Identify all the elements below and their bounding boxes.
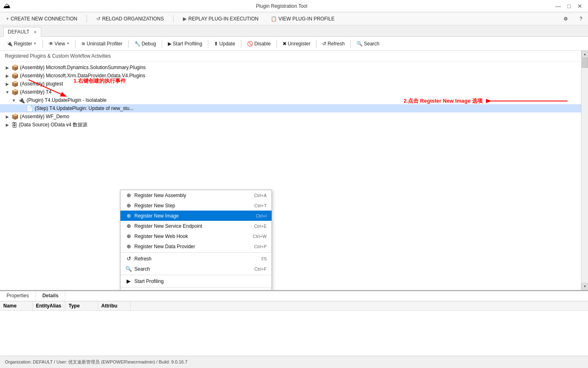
title-bar-left: ⛰ bbox=[3, 2, 11, 10]
tree-item-5[interactable]: ▶ 📄 (Step) T4.UpdatePlugin: Update of ne… bbox=[0, 104, 588, 112]
ctx-refresh[interactable]: ↺ Refresh F5 bbox=[120, 254, 272, 264]
ctx-register-endpoint[interactable]: ⊕ Register New Service Endpoint Ctrl+E bbox=[120, 221, 272, 231]
col-name: Name bbox=[0, 301, 33, 310]
tree-item-1[interactable]: ▶ 📦 (Assembly) Microsoft.Xrm.DataProvide… bbox=[0, 72, 588, 80]
scroll-down-button[interactable]: ▼ bbox=[581, 283, 588, 290]
menu-sep-1 bbox=[87, 15, 87, 22]
tree-item-3[interactable]: ▼ 📦 (Assembly) T4 bbox=[0, 88, 588, 96]
bottom-table-header: Name EntityAlias Type Attribu bbox=[0, 301, 588, 311]
tree-arrow-6: ▶ bbox=[5, 114, 10, 119]
tree-arrow-1: ▶ bbox=[5, 74, 10, 78]
menu-view-profile[interactable]: 📋 VIEW PLUG-IN PROFILE bbox=[268, 15, 337, 23]
reload-icon: ↺ bbox=[96, 16, 100, 22]
debug-icon: 🔧 bbox=[134, 41, 140, 47]
assembly-icon-0: 📦 bbox=[11, 64, 18, 71]
col-type: Type bbox=[65, 301, 98, 310]
context-menu: ⊕ Register New Assembly Ctrl+A ⊕ Registe… bbox=[120, 190, 272, 290]
disable-button[interactable]: 🚫 Disable bbox=[244, 39, 274, 48]
tab-properties[interactable]: Properties bbox=[0, 291, 36, 301]
register-icon: 🔌 bbox=[7, 41, 13, 47]
menu-sep-2 bbox=[173, 15, 174, 22]
ctx-search[interactable]: 🔍 Search Ctrl+F bbox=[120, 264, 272, 274]
ctx-assembly-shortcut: Ctrl+A bbox=[254, 193, 267, 198]
menu-create-connection[interactable]: + CREATE NEW CONNECTION bbox=[3, 15, 80, 23]
step-icon-5: 📄 bbox=[26, 105, 33, 112]
tree-item-0[interactable]: ▶ 📦 (Assembly) Microsoft.Dynamics.Soluti… bbox=[0, 63, 588, 72]
window-title: Plugin Registration Tool bbox=[11, 3, 553, 9]
tree-item-2[interactable]: ▶ 📦 (Assembly) plugtest bbox=[0, 80, 588, 88]
unregister-button[interactable]: ✖ Unregister bbox=[279, 39, 314, 48]
toolbar-sep-8 bbox=[316, 40, 316, 48]
close-button[interactable]: ✕ bbox=[575, 2, 585, 10]
ctx-profiling-icon: ▶ bbox=[125, 278, 132, 284]
tab-close-button[interactable]: ✕ bbox=[33, 30, 37, 34]
tree-item-6[interactable]: ▶ 📦 (Assembly) WF_Demo bbox=[0, 112, 588, 121]
ctx-image-icon: ⊕ bbox=[125, 213, 132, 219]
plugin-icon-4: 🔌 bbox=[18, 97, 25, 103]
menu-bar: + CREATE NEW CONNECTION ↺ RELOAD ORGANIZ… bbox=[0, 12, 588, 25]
view-button[interactable]: 👁 View ▼ bbox=[45, 39, 73, 48]
ctx-register-step[interactable]: ⊕ Register New Step Ctrl+T bbox=[120, 200, 272, 211]
maximize-button[interactable]: □ bbox=[565, 2, 573, 10]
tree-arrow-4: ▼ bbox=[11, 98, 16, 103]
menu-reload-orgs[interactable]: ↺ RELOAD ORGANIZATIONS bbox=[94, 15, 167, 23]
refresh-button[interactable]: ↺ Refresh bbox=[319, 39, 348, 48]
uninstall-profiler-button[interactable]: ≋ Uninstall Profiler bbox=[78, 39, 125, 48]
start-profiling-button[interactable]: ▶ Start Profiling bbox=[165, 39, 205, 48]
help-button[interactable]: ? bbox=[577, 15, 585, 22]
assembly-icon-6: 📦 bbox=[11, 113, 18, 120]
register-button[interactable]: 🔌 Register ▼ bbox=[3, 39, 40, 48]
ctx-sep-2 bbox=[120, 275, 272, 275]
update-icon: ⬆ bbox=[214, 41, 218, 47]
update-button[interactable]: ⬆ Update bbox=[211, 39, 238, 48]
search-button[interactable]: 🔍 Search bbox=[353, 39, 383, 48]
search-icon: 🔍 bbox=[356, 41, 363, 47]
tab-details[interactable]: Details bbox=[36, 291, 65, 301]
tree-arrow-3: ▼ bbox=[5, 90, 10, 94]
view-icon: 👁 bbox=[49, 41, 53, 47]
tree-scrollbar[interactable]: ▲ ▼ bbox=[581, 51, 588, 290]
debug-button[interactable]: 🔧 Debug bbox=[131, 39, 159, 48]
assembly-icon-3: 📦 bbox=[11, 89, 18, 95]
ctx-image-shortcut: Ctrl+I bbox=[256, 213, 267, 218]
title-bar-controls: — □ ✕ bbox=[553, 2, 585, 10]
toolbar-sep-3 bbox=[128, 40, 129, 48]
ctx-assembly-icon: ⊕ bbox=[125, 192, 132, 198]
toolbar: 🔌 Register ▼ 👁 View ▼ ≋ Uninstall Profil… bbox=[0, 37, 588, 51]
ctx-register-assembly[interactable]: ⊕ Register New Assembly Ctrl+A bbox=[120, 190, 272, 200]
ctx-search-icon: 🔍 bbox=[125, 266, 132, 272]
ctx-refresh-icon: ↺ bbox=[125, 256, 132, 262]
ctx-register-webhook[interactable]: ⊕ Register New Web Hook Ctrl+W bbox=[120, 231, 272, 241]
col-attribu: Attribu bbox=[98, 301, 131, 310]
profiling-icon: ▶ bbox=[168, 41, 172, 47]
disable-icon: 🚫 bbox=[247, 41, 253, 47]
assembly-icon-2: 📦 bbox=[11, 81, 18, 87]
tree-item-7[interactable]: ▶ 🗄 (Data Source) OData v4 数据源 bbox=[0, 121, 588, 129]
toolbar-sep-2 bbox=[75, 40, 76, 48]
status-bar: Organization: DEFAULT / User: 优文途新管理员 (E… bbox=[0, 356, 588, 368]
help-icon: ? bbox=[579, 16, 582, 22]
tree-arrow-2: ▶ bbox=[5, 82, 10, 86]
ctx-register-dataprovider[interactable]: ⊕ Register New Data Provider Ctrl+P bbox=[120, 241, 272, 251]
toolbar-sep-7 bbox=[276, 40, 277, 48]
plus-icon: + bbox=[6, 16, 9, 22]
tree-item-4[interactable]: ▼ 🔌 (Plugin) T4.UpdatePlugin - Isolatabl… bbox=[0, 96, 588, 104]
minimize-button[interactable]: — bbox=[553, 2, 564, 10]
ctx-webhook-shortcut: Ctrl+W bbox=[253, 234, 267, 239]
ctx-step-shortcut: Ctrl+T bbox=[254, 203, 267, 208]
scroll-up-button[interactable]: ▲ bbox=[581, 51, 588, 58]
unregister-icon: ✖ bbox=[283, 41, 287, 47]
menu-replay[interactable]: ▶ REPLAY PLUG-IN EXECUTION bbox=[180, 15, 261, 23]
ctx-sep-1 bbox=[120, 252, 272, 253]
col-entityalias: EntityAlias bbox=[33, 301, 65, 310]
datasource-icon-7: 🗄 bbox=[11, 122, 17, 128]
settings-button[interactable]: ⚙ bbox=[561, 15, 570, 22]
ctx-step-icon: ⊕ bbox=[125, 202, 132, 209]
tab-default[interactable]: DEFAULT ✕ bbox=[3, 27, 41, 37]
tree-arrow-0: ▶ bbox=[5, 65, 10, 70]
register-dropdown-arrow: ▼ bbox=[33, 42, 37, 45]
ctx-register-image[interactable]: ⊕ Register New Image Ctrl+I bbox=[120, 211, 272, 221]
ctx-endpoint-shortcut: Ctrl+E bbox=[254, 224, 267, 229]
ctx-update[interactable]: ✏ Update bbox=[120, 288, 272, 290]
ctx-start-profiling[interactable]: ▶ Start Profiling bbox=[120, 276, 272, 286]
